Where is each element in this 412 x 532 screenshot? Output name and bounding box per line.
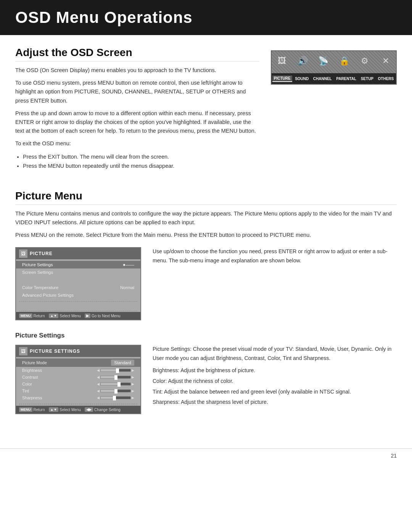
menu-btn-icon: MENU (19, 313, 32, 318)
picture-icon: 🖼 (275, 54, 289, 68)
ps-right-arrow2: ▶ (132, 375, 134, 379)
adjust-para1: The OSD (On Screen Display) menu enables… (15, 66, 259, 75)
updown-btn-icon: ▲▼ (49, 313, 59, 318)
brightness-thumb (116, 368, 119, 373)
contrast-bar (100, 376, 131, 379)
ps-header-icon: 🖼 (19, 347, 27, 355)
ps-header-title: PICTURE SETTINGS (30, 349, 80, 354)
page-header: OSD Menu Operations (0, 0, 412, 35)
ps-desc-line4: Tint: Adjust the balance between red and… (153, 387, 397, 397)
adjust-para3: Press the up and down arrow to move to a… (15, 109, 259, 136)
bullet-2: Press the MENU button repeatedly until t… (23, 161, 259, 171)
ps-desc-line1: Picture Settings: Choose the preset visu… (153, 345, 397, 363)
ps-label-contrast: Contrast (22, 375, 38, 379)
picture-para2: Press MENU on the remote. Select Picture… (15, 231, 397, 239)
picture-menu-section: Picture Menu The Picture Menu contains m… (15, 190, 397, 415)
ps-right-arrow3: ▶ (132, 382, 134, 386)
tv-menu-item-label-3: PC Settings (22, 278, 45, 282)
tv-menu-item-picture-settings: Picture Settings ●—— (16, 261, 140, 268)
ps-label-brightness: Brightness (22, 368, 42, 373)
adjust-osd-text: Adjust the OSD Screen The OSD (On Screen… (15, 47, 259, 175)
tv-menu-item-pc-settings: PC Settings (16, 276, 140, 284)
ps-right-arrow4: ▶ (132, 389, 134, 393)
ps-item-color: Color ◀ ▶ (16, 381, 140, 387)
adjust-section-title: Adjust the OSD Screen (15, 47, 259, 61)
footer-next-label: Go to Next Menu (92, 314, 121, 318)
channel-icon: 📡 (317, 54, 330, 68)
picture-tv-screen: 🖼 PICTURE Picture Settings ●—— Screen Se… (15, 247, 141, 320)
tv-menu-item-label-5: Advanced Picture Settings (22, 293, 74, 297)
setup-icon: ⚙ (358, 54, 372, 68)
ps-desc-line5: Sharpness: Adjust the sharpness level of… (153, 398, 397, 407)
ps-item-mode: Picture Mode Standard (16, 358, 140, 367)
osd-menu-image: 🖼 🔊 📡 🔒 ⚙ ✕ PICTURE SOUND CHANNEL PARENT… (271, 50, 397, 85)
ps-item-brightness: Brightness ◀ ▶ (16, 367, 140, 374)
adjust-bullets: Press the EXIT button. The menu will cle… (23, 152, 259, 171)
ps-item-sharpness: Sharpness ◀ ▶ (16, 394, 140, 401)
picture-menu-description: Use up/down to choose the function you n… (153, 247, 397, 265)
adjust-para4: To exit the OSD menu: (15, 139, 259, 148)
ps-menu-btn: MENU (19, 407, 32, 412)
tv-header-icon: 🖼 (19, 249, 27, 258)
ps-left-arrow3: ◀ (97, 382, 100, 386)
ps-slider-contrast: ◀ ▶ (97, 375, 134, 379)
footer-next: ▶ Go to Next Menu (85, 313, 121, 318)
ps-item-contrast: Contrast ◀ ▶ (16, 374, 140, 381)
osd-menu-bar: PICTURE SOUND CHANNEL PARENTAL SETUP OTH… (272, 73, 396, 84)
osd-icons-row: 🖼 🔊 📡 🔒 ⚙ ✕ (272, 54, 396, 68)
footer-select-label: Select Menu (60, 314, 81, 318)
ps-lr-btn: ◀▶ (85, 407, 93, 412)
ps-footer-select: ▲▼ Select Menu (49, 407, 81, 412)
ps-label-color: Color (22, 382, 32, 386)
ps-separator2 (19, 405, 137, 405)
sharpness-bar (100, 396, 131, 399)
ps-left-arrow4: ◀ (97, 389, 100, 393)
bullet-1: Press the EXIT button. The menu will cle… (23, 152, 259, 162)
ps-right-arrow: ▶ (132, 368, 134, 372)
tv-menu-item-color-temp: Color Temperature Normal (16, 284, 140, 291)
footer-return-label: Return (34, 314, 45, 318)
ps-footer-change: ◀▶ Change Setting (85, 407, 121, 412)
ps-change-label: Change Setting (94, 408, 121, 412)
page-number: 21 (391, 453, 397, 459)
tint-thumb (114, 389, 117, 394)
ps-left-arrow: ◀ (97, 368, 100, 372)
picture-menu-layout: 🖼 PICTURE Picture Settings ●—— Screen Se… (15, 247, 397, 320)
ps-updown-btn: ▲▼ (49, 407, 59, 412)
ps-slider-color: ◀ ▶ (97, 382, 134, 386)
tv-separator2 (19, 311, 137, 311)
ps-header: 🖼 PICTURE SETTINGS (16, 346, 140, 357)
right-btn-icon: ▶ (85, 313, 90, 318)
ps-footer-return: MENU Return (19, 407, 45, 412)
tv-menu-items: Picture Settings ●—— Screen Settings PC … (16, 259, 140, 301)
osd-menu-picture: PICTURE (272, 76, 292, 82)
color-bar (100, 383, 131, 386)
picture-settings-screen: 🖼 PICTURE SETTINGS Picture Mode Standard… (15, 345, 141, 414)
ps-label-tint: Tint (22, 389, 29, 393)
ps-right-arrow5: ▶ (132, 396, 134, 400)
picture-settings-description: Picture Settings: Choose the preset visu… (153, 345, 397, 407)
tv-menu-item-label-4: Color Temperature (22, 285, 58, 290)
ps-item-tint: Tint ◀ ▶ (16, 387, 140, 394)
brightness-bar (100, 369, 131, 372)
brightness-fill (101, 369, 117, 371)
tv-spacer (16, 302, 140, 310)
tv-screen-header: 🖼 PICTURE (16, 248, 140, 259)
osd-menu-mockup: 🖼 🔊 📡 🔒 ⚙ ✕ PICTURE SOUND CHANNEL PARENT… (271, 50, 397, 85)
ps-left-arrow5: ◀ (97, 396, 100, 400)
ps-desc-line2: Brightness: Adjust the brightness of pic… (153, 366, 397, 375)
tv-menu-item-advanced: Advanced Picture Settings (16, 291, 140, 299)
tv-menu-item-label-1: Picture Settings (22, 262, 53, 267)
contrast-thumb (114, 375, 117, 380)
color-fill (101, 383, 119, 385)
page-title: OSD Menu Operations (15, 8, 397, 27)
tv-separator (19, 301, 137, 302)
picture-section-title: Picture Menu (15, 190, 397, 205)
osd-menu-setup: SETUP (359, 76, 375, 82)
tv-footer: MENU Return ▲▼ Select Menu ▶ Go to Next … (16, 312, 140, 320)
footer-return: MENU Return (19, 313, 45, 318)
picture-settings-layout: 🖼 PICTURE SETTINGS Picture Mode Standard… (15, 345, 397, 414)
osd-menu-channel: CHANNEL (312, 76, 333, 82)
ps-slider-tint: ◀ ▶ (97, 389, 134, 393)
tint-bar (100, 389, 131, 392)
